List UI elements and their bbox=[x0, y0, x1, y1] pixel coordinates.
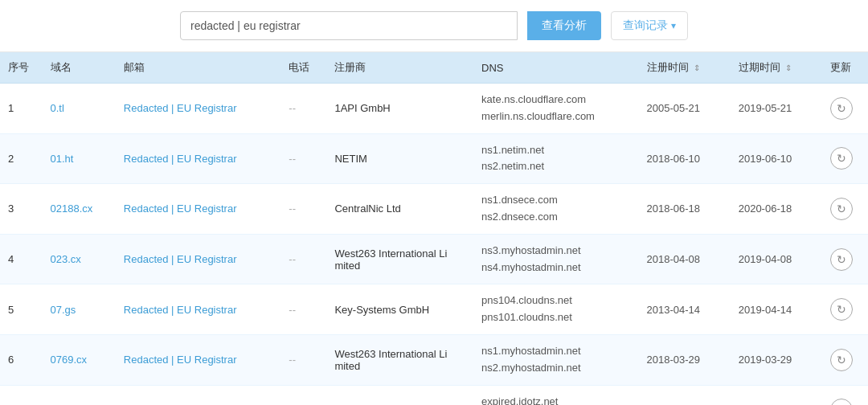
cell-expdate: 2019-04-08 bbox=[731, 234, 822, 284]
col-expdate[interactable]: 过期时间 ⇕ bbox=[731, 52, 822, 84]
col-phone: 电话 bbox=[280, 52, 326, 84]
cell-phone: -- bbox=[280, 334, 326, 385]
email-link[interactable]: Redacted | EU Registrar bbox=[124, 153, 237, 165]
cell-seq: 7 bbox=[0, 385, 43, 405]
refresh-button[interactable]: ↻ bbox=[830, 198, 853, 220]
cell-dns: pns104.cloudns.netpns101.cloudns.net bbox=[473, 284, 638, 335]
cell-regdate: 2016-··-10 bbox=[639, 385, 731, 405]
cell-email[interactable]: Redacted | EU Registrar bbox=[116, 234, 280, 284]
cell-email[interactable]: Redacted | EU Registrar bbox=[116, 385, 280, 405]
cell-email[interactable]: Redacted | EU Registrar bbox=[116, 334, 280, 385]
cell-registrar: Key-Systems GmbH bbox=[326, 284, 473, 335]
refresh-button[interactable]: ↻ bbox=[830, 147, 853, 170]
cell-update[interactable]: ↻ bbox=[822, 184, 868, 235]
email-link[interactable]: Redacted | EU Registrar bbox=[124, 102, 237, 114]
refresh-button[interactable]: ↻ bbox=[830, 248, 853, 271]
refresh-button[interactable]: ↻ bbox=[830, 298, 853, 321]
email-link[interactable]: Redacted | EU Registrar bbox=[124, 354, 237, 366]
cell-domain[interactable]: 07.gs bbox=[43, 284, 116, 335]
table-header-row: 序号 域名 邮箱 电话 注册商 DNS 注册时间 ⇕ 过期时间 ⇕ 更新 bbox=[0, 52, 868, 84]
cell-registrar: 1api GmbH bbox=[326, 385, 473, 405]
email-link[interactable]: Redacted | EU Registrar bbox=[124, 304, 237, 316]
results-table: 序号 域名 邮箱 电话 注册商 DNS 注册时间 ⇕ 过期时间 ⇕ 更新 10.… bbox=[0, 52, 868, 405]
sort-icon-regdate: ⇕ bbox=[694, 63, 700, 72]
cell-dns: ns1.netim.netns2.netim.net bbox=[473, 133, 638, 184]
cell-seq: 2 bbox=[0, 133, 43, 184]
cell-regdate: 2018-06-18 bbox=[639, 184, 731, 235]
domain-link[interactable]: 02188.cx bbox=[51, 202, 93, 215]
col-registrar: 注册商 bbox=[326, 52, 473, 84]
cell-phone: -- bbox=[280, 133, 326, 184]
analyze-button[interactable]: 查看分析 bbox=[527, 11, 601, 40]
email-link[interactable]: Redacted | EU Registrar bbox=[124, 253, 237, 265]
refresh-button[interactable]: ↻ bbox=[830, 349, 853, 371]
cell-registrar: CentralNic Ltd bbox=[326, 184, 473, 235]
domain-link[interactable]: 07.gs bbox=[51, 304, 76, 316]
refresh-button[interactable]: ↻ bbox=[830, 97, 853, 120]
cell-registrar: West263 International Li mited bbox=[326, 334, 473, 385]
cell-update[interactable]: ↻ bbox=[822, 84, 868, 134]
cell-expdate: 2019-05-21 bbox=[731, 84, 822, 134]
cell-domain[interactable]: 0769.cx bbox=[43, 334, 116, 385]
table-row: 201.htRedacted | EU Registrar--NETIMns1.… bbox=[0, 133, 868, 184]
email-link[interactable]: Redacted | EU Registrar bbox=[124, 202, 237, 215]
table-row: 507.gsRedacted | EU Registrar--Key-Syste… bbox=[0, 284, 868, 335]
table-row: 4023.cxRedacted | EU Registrar--West263 … bbox=[0, 234, 868, 284]
cell-update[interactable]: ↻ bbox=[822, 284, 868, 335]
cell-regdate: 2013-04-14 bbox=[639, 284, 731, 335]
col-domain: 域名 bbox=[43, 52, 116, 84]
cell-registrar: 1API GmbH bbox=[326, 84, 473, 134]
cell-phone: -- bbox=[280, 284, 326, 335]
cell-dns: kate.ns.cloudflare.commerlin.ns.cloudfla… bbox=[473, 84, 638, 134]
col-update: 更新 bbox=[822, 52, 868, 84]
domain-link[interactable]: 01.ht bbox=[51, 153, 74, 165]
cell-email[interactable]: Redacted | EU Registrar bbox=[116, 133, 280, 184]
cell-domain[interactable]: 0day.ms bbox=[43, 385, 116, 405]
table-row: 60769.cxRedacted | EU Registrar--West263… bbox=[0, 334, 868, 385]
cell-domain[interactable]: 023.cx bbox=[43, 234, 116, 284]
search-input[interactable] bbox=[180, 11, 518, 40]
history-button[interactable]: 查询记录 bbox=[611, 11, 688, 40]
cell-update[interactable]: ↻ bbox=[822, 234, 868, 284]
cell-update[interactable]: ↻ bbox=[822, 334, 868, 385]
table-row: 302188.cxRedacted | EU Registrar--Centra… bbox=[0, 184, 868, 235]
cell-phone: -- bbox=[280, 385, 326, 405]
cell-seq: 1 bbox=[0, 84, 43, 134]
cell-domain[interactable]: 01.ht bbox=[43, 133, 116, 184]
refresh-button[interactable]: ↻ bbox=[830, 399, 853, 405]
results-table-container: 序号 域名 邮箱 电话 注册商 DNS 注册时间 ⇕ 过期时间 ⇕ 更新 10.… bbox=[0, 52, 868, 405]
cell-dns: ns3.myhostadmin.netns4.myhostadmin.net bbox=[473, 234, 638, 284]
cell-dns: ns1.myhostadmin.netns2.myhostadmin.net bbox=[473, 334, 638, 385]
cell-seq: 6 bbox=[0, 334, 43, 385]
cell-seq: 4 bbox=[0, 234, 43, 284]
cell-expdate: 2020-06-18 bbox=[731, 184, 822, 235]
top-bar: 查看分析 查询记录 bbox=[0, 0, 868, 52]
cell-phone: -- bbox=[280, 234, 326, 284]
cell-dns: expired.idotz.netdomain.idotz.net bbox=[473, 385, 638, 405]
cell-expdate: 2019-··-·· bbox=[731, 385, 822, 405]
sort-icon-expdate: ⇕ bbox=[785, 63, 792, 72]
cell-regdate: 2018-03-29 bbox=[639, 334, 731, 385]
cell-dns: ns1.dnsece.comns2.dnsece.com bbox=[473, 184, 638, 235]
cell-expdate: 2019-03-29 bbox=[731, 334, 822, 385]
col-email: 邮箱 bbox=[116, 52, 280, 84]
cell-seq: 5 bbox=[0, 284, 43, 335]
cell-update[interactable]: ↻ bbox=[822, 385, 868, 405]
cell-expdate: 2019-04-14 bbox=[731, 284, 822, 335]
cell-registrar: NETIM bbox=[326, 133, 473, 184]
cell-expdate: 2019-06-10 bbox=[731, 133, 822, 184]
cell-regdate: 2005-05-21 bbox=[639, 84, 731, 134]
domain-link[interactable]: 023.cx bbox=[51, 253, 81, 265]
cell-email[interactable]: Redacted | EU Registrar bbox=[116, 284, 280, 335]
domain-link[interactable]: 0.tl bbox=[51, 102, 64, 114]
col-regdate[interactable]: 注册时间 ⇕ bbox=[639, 52, 731, 84]
cell-email[interactable]: Redacted | EU Registrar bbox=[116, 184, 280, 235]
cell-domain[interactable]: 0.tl bbox=[43, 84, 116, 134]
cell-domain[interactable]: 02188.cx bbox=[43, 184, 116, 235]
table-row: 70day.msRedacted | EU Registrar--1api Gm… bbox=[0, 385, 868, 405]
cell-phone: -- bbox=[280, 84, 326, 134]
cell-email[interactable]: Redacted | EU Registrar bbox=[116, 84, 280, 134]
cell-registrar: West263 International Li mited bbox=[326, 234, 473, 284]
domain-link[interactable]: 0769.cx bbox=[51, 354, 88, 366]
cell-update[interactable]: ↻ bbox=[822, 133, 868, 184]
